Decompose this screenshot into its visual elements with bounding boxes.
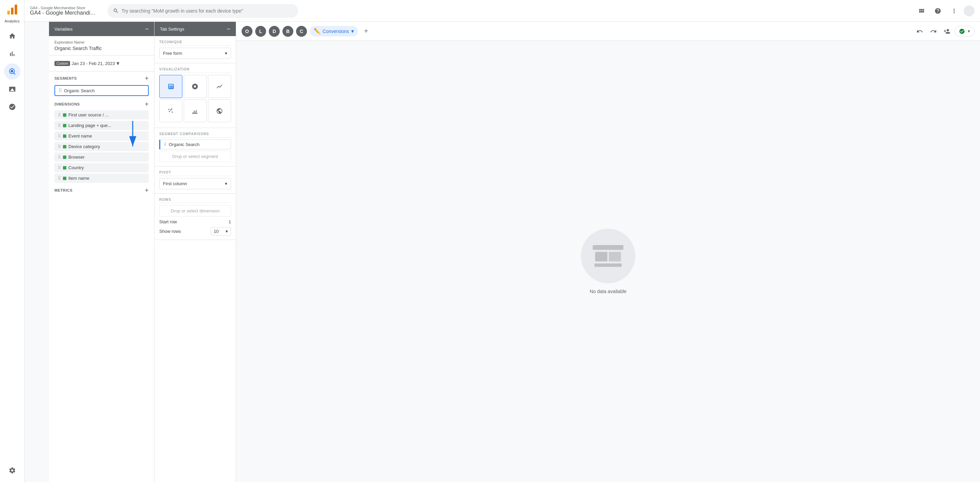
svg-line-5: [14, 73, 15, 74]
nav-home[interactable]: [4, 28, 21, 44]
dimension-event-name[interactable]: ⠿ Event name: [54, 131, 149, 141]
no-data-text: No data available: [590, 289, 627, 294]
segment-item-organic[interactable]: ⠿ Organic Search: [54, 85, 149, 96]
add-tab-btn[interactable]: +: [361, 26, 372, 37]
top-bar-actions: [915, 4, 975, 18]
add-metrics-btn[interactable]: +: [145, 187, 149, 194]
pivot-label: Pivot: [159, 170, 231, 176]
account-avatar[interactable]: [964, 5, 975, 16]
drag-dots-icon: ⠿: [58, 134, 61, 138]
dimension-first-user-source[interactable]: ⠿ First user source / ...: [54, 110, 149, 119]
technique-label: TECHNIQUE: [159, 40, 231, 46]
segment-comp-drag-icon: ⠿: [164, 142, 167, 147]
dimension-landing-page[interactable]: ⠿ Landing page + que...: [54, 121, 149, 130]
nav-configure[interactable]: [4, 99, 21, 115]
nav-reports[interactable]: [4, 46, 21, 62]
technique-section: TECHNIQUE Free form ▾: [154, 36, 236, 63]
add-dimension-btn[interactable]: +: [145, 101, 149, 108]
dimension-item-name[interactable]: ⠿ Item name: [54, 173, 149, 183]
dimension-device-category[interactable]: ⠿ Device category: [54, 142, 149, 151]
viz-grid: [159, 75, 231, 122]
nav-settings[interactable]: [4, 462, 21, 479]
pivot-dropdown[interactable]: First column ▾: [159, 178, 231, 189]
add-collaborator-btn[interactable]: [941, 25, 953, 37]
help-btn[interactable]: [931, 4, 945, 18]
dimension-label: Item name: [68, 176, 89, 181]
date-range-section: Custom Jan 23 - Feb 21, 2023 ▾: [49, 56, 154, 72]
no-data-graphic: [591, 245, 625, 267]
tab-avatar-B[interactable]: B: [282, 26, 293, 37]
date-chip: Custom: [54, 61, 70, 66]
tab-avatar-L[interactable]: L: [255, 26, 266, 37]
tab-avatar-C[interactable]: C: [296, 26, 307, 37]
top-bar: GA4 - Google Merchandise Store GA4 - Goo…: [24, 0, 980, 22]
dimension-browser[interactable]: ⠿ Browser: [54, 153, 149, 162]
search-bar[interactable]: [108, 4, 298, 18]
publish-btn[interactable]: ▾: [955, 26, 975, 37]
viz-line-btn[interactable]: [208, 75, 231, 98]
visualization-section: VISUALIZATION: [154, 63, 236, 128]
variables-panel-header: Variables −: [49, 22, 154, 36]
technique-dropdown[interactable]: Free form ▾: [159, 48, 231, 59]
rows-section: ROWS Drop or select dimension Start row …: [154, 194, 236, 240]
dimension-label: Landing page + que...: [68, 123, 111, 128]
exploration-name-value: Organic Search Traffic: [54, 46, 149, 51]
variables-panel: Variables − Exploration Name: Organic Se…: [49, 22, 154, 482]
segments-label: SEGMENTS: [54, 76, 77, 80]
segment-comparisons-label: SEGMENT COMPARISONS: [159, 132, 231, 137]
dimension-color-dot: [63, 177, 66, 180]
svg-point-9: [168, 109, 169, 110]
main-content: Variables − Exploration Name: Organic Se…: [49, 22, 980, 482]
svg-rect-0: [7, 11, 10, 14]
active-tab-conversions[interactable]: ✏️ Conversions ▾: [310, 26, 358, 37]
tab-settings-minimize-btn[interactable]: −: [227, 26, 231, 32]
segment-comp-organic[interactable]: ⠿ Organic Search: [159, 140, 231, 150]
show-rows-dropdown[interactable]: 10 ▾: [211, 227, 231, 235]
date-dropdown-arrow[interactable]: ▾: [116, 60, 119, 67]
add-segment-btn[interactable]: +: [145, 75, 149, 82]
dimension-color-dot: [63, 113, 66, 117]
svg-point-6: [169, 111, 170, 112]
account-sub: GA4 - Google Merchandise Store: [30, 6, 98, 10]
dimensions-heading: DIMENSIONS +: [49, 97, 154, 110]
viz-donut-btn[interactable]: [184, 75, 207, 98]
viz-bar-btn[interactable]: [184, 99, 207, 122]
svg-point-4: [11, 70, 13, 72]
viz-geo-btn[interactable]: [208, 99, 231, 122]
redo-btn[interactable]: [927, 25, 940, 37]
drag-dots-icon: ⠿: [58, 155, 61, 160]
nav-advertising[interactable]: [4, 81, 21, 97]
drag-dots-icon: ⠿: [58, 176, 61, 181]
date-row: Custom Jan 23 - Feb 21, 2023 ▾: [54, 60, 149, 67]
viz-table-btn[interactable]: [159, 75, 182, 98]
dimensions-label: DIMENSIONS: [54, 102, 80, 106]
more-vert-btn[interactable]: [947, 4, 961, 18]
svg-point-7: [170, 109, 171, 110]
dimension-label: Event name: [68, 134, 92, 138]
search-input[interactable]: [121, 8, 293, 14]
nav-explore[interactable]: [4, 63, 21, 80]
rows-label: ROWS: [159, 198, 231, 203]
date-text: Jan 23 - Feb 21, 2023: [72, 61, 115, 66]
exploration-name-label: Exploration Name:: [54, 40, 149, 44]
viz-scatter-btn[interactable]: [159, 99, 182, 122]
dimension-country[interactable]: ⠿ Country: [54, 163, 149, 172]
account-name: GA4 - Google Merchandise ...: [30, 10, 98, 16]
drag-handle-icon: ⠿: [59, 88, 62, 93]
undo-btn[interactable]: [914, 25, 926, 37]
technique-arrow-icon: ▾: [225, 51, 227, 56]
nav-rail: Analytics: [0, 0, 24, 482]
pivot-value: First column: [163, 181, 187, 186]
drop-rows-zone[interactable]: Drop or select dimension: [159, 205, 231, 216]
tab-avatar-O[interactable]: O: [242, 26, 253, 37]
variables-minimize-btn[interactable]: −: [145, 26, 149, 32]
tab-active-label: Conversions: [323, 29, 349, 34]
canvas-actions: ▾: [914, 25, 975, 37]
tab-avatar-D[interactable]: D: [269, 26, 280, 37]
drop-segment-zone[interactable]: Drop or select segment: [159, 151, 231, 162]
segments-heading: SEGMENTS +: [49, 72, 154, 84]
show-rows-arrow-icon: ▾: [226, 229, 228, 234]
grid-btn[interactable]: [915, 4, 928, 18]
show-rows-label: Show rows: [159, 229, 181, 234]
app-logo[interactable]: [5, 3, 19, 16]
